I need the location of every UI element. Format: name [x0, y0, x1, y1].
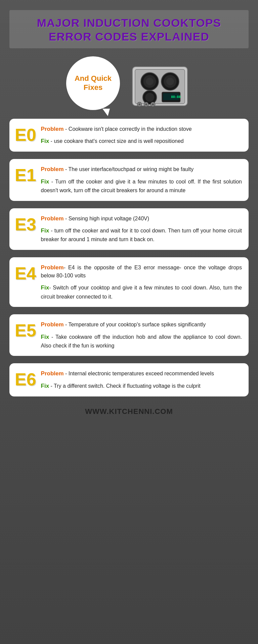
svg-rect-1	[142, 60, 144, 61]
svg-point-29	[145, 93, 154, 102]
svg-rect-15	[160, 63, 162, 64]
speech-bubble: And Quick Fixes	[66, 56, 120, 110]
svg-rect-6	[164, 60, 166, 61]
problem-label-e0: Problem	[41, 126, 64, 132]
card-body-e3: Problem - Sensing high input voltage (24…	[41, 214, 242, 244]
error-code-e1: E1	[15, 165, 36, 184]
problem-label-e6: Problem	[41, 370, 64, 377]
error-card-e5: E5 Problem - Temperature of your cooktop…	[9, 314, 249, 356]
svg-point-24	[146, 77, 154, 85]
fix-text-e6: Fix - Try a different switch. Check if f…	[41, 381, 242, 390]
fix-label-e6: Fix	[41, 383, 49, 389]
fix-label-e5: Fix	[41, 334, 49, 340]
problem-label-e5: Problem	[41, 321, 64, 328]
svg-rect-8	[173, 60, 175, 61]
header-section: MAJOR INDUCTION COOKTOPS ERROR CODES EXP…	[9, 10, 249, 48]
fix-text-e4: Fix- Switch off your cooktop and give it…	[41, 283, 242, 301]
error-card-e6: E6 Problem - Internal electronic tempera…	[9, 363, 249, 396]
page-title: MAJOR INDUCTION COOKTOPS ERROR CODES EXP…	[13, 16, 245, 44]
problem-label-e4: Problem	[41, 264, 64, 271]
error-card-e3: E3 Problem - Sensing high input voltage …	[9, 208, 249, 250]
fix-label-e3: Fix	[41, 227, 49, 234]
footer: WWW.KITCHENNI.COM	[9, 404, 249, 418]
card-body-e4: Problem- E4 is the opposite of the E3 er…	[41, 263, 242, 301]
svg-rect-12	[146, 63, 148, 64]
error-card-e4: E4 Problem- E4 is the opposite of the E3…	[9, 257, 249, 307]
error-code-e4: E4	[15, 263, 36, 282]
svg-point-38	[152, 103, 154, 105]
svg-rect-18	[173, 63, 175, 64]
problem-text-e1: Problem - The user interface/touchpad or…	[41, 165, 242, 174]
card-body-e0: Problem - Cookware isn't place correctly…	[41, 125, 242, 146]
fix-text-e1: Fix - Turn off the cooker and give it a …	[41, 177, 242, 195]
error-cards-container: E0 Problem - Cookware isn't place correc…	[9, 119, 249, 397]
svg-rect-2	[146, 60, 148, 61]
bubble-text: And Quick Fixes	[66, 74, 120, 92]
svg-rect-19	[178, 63, 179, 64]
problem-text-e5: Problem - Temperature of your cooktop's …	[41, 320, 242, 329]
fix-label-e1: Fix	[41, 178, 49, 185]
svg-rect-11	[142, 63, 144, 64]
problem-text-e4: Problem- E4 is the opposite of the E3 er…	[41, 263, 242, 280]
svg-point-34	[138, 103, 140, 105]
error-card-e1: E1 Problem - The user interface/touchpad…	[9, 159, 249, 201]
card-body-e6: Problem - Internal electronic temperatur…	[41, 369, 242, 390]
subtitle-row: And Quick Fixes	[9, 56, 249, 110]
problem-label-e3: Problem	[41, 215, 64, 222]
fix-label-e0: Fix	[41, 138, 49, 144]
svg-rect-10	[138, 63, 139, 64]
card-body-e1: Problem - The user interface/touchpad or…	[41, 165, 242, 195]
fix-label-e4: Fix	[41, 284, 49, 291]
problem-label-e1: Problem	[41, 166, 64, 172]
fix-text-e0: Fix - use cookare that's correct size an…	[41, 137, 242, 146]
error-code-e3: E3	[15, 214, 36, 233]
problem-text-e0: Problem - Cookware isn't place correctly…	[41, 125, 242, 133]
svg-point-36	[145, 103, 147, 105]
svg-rect-13	[151, 63, 153, 64]
svg-rect-0	[138, 60, 139, 61]
error-code-e5: E5	[15, 320, 36, 339]
fix-text-e3: Fix - turn off the cooker and wait for i…	[41, 226, 242, 244]
svg-rect-4	[156, 60, 157, 61]
svg-rect-9	[178, 60, 179, 61]
cooktop-illustration: 88:88	[128, 58, 192, 108]
svg-point-27	[166, 77, 174, 85]
card-body-e5: Problem - Temperature of your cooktop's …	[41, 320, 242, 350]
svg-rect-14	[156, 63, 157, 64]
problem-text-e3: Problem - Sensing high input voltage (24…	[41, 214, 242, 223]
website-url: WWW.KITCHENNI.COM	[9, 407, 249, 416]
fix-text-e5: Fix - Take cookware off the induction ho…	[41, 332, 242, 350]
svg-rect-16	[164, 63, 166, 64]
error-code-e0: E0	[15, 125, 36, 144]
svg-rect-17	[169, 63, 171, 64]
svg-text:88:88: 88:88	[171, 95, 181, 99]
svg-rect-5	[160, 60, 162, 61]
error-code-e6: E6	[15, 369, 36, 388]
error-card-e0: E0 Problem - Cookware isn't place correc…	[9, 119, 249, 152]
svg-rect-3	[151, 60, 153, 61]
svg-rect-7	[169, 60, 171, 61]
problem-text-e6: Problem - Internal electronic temperatur…	[41, 369, 242, 378]
